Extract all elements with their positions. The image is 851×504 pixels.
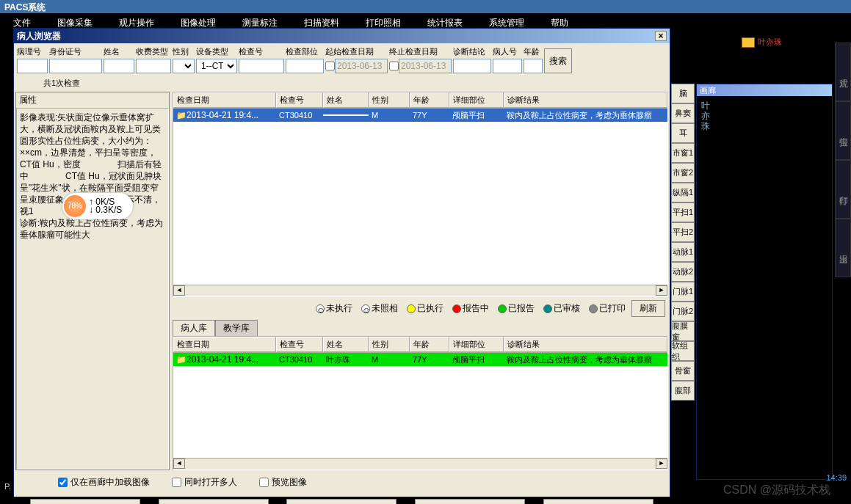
refresh-button[interactable]: 刷新 bbox=[631, 300, 665, 317]
search-row: 病理号 身份证号 姓名 收费类型 性别 设备类型1--CT 检查号 检查部位 起… bbox=[14, 43, 670, 76]
side-nav-report[interactable]: 报告 bbox=[835, 101, 851, 160]
input-patno[interactable] bbox=[493, 59, 522, 73]
side-nav: 观片 报告 打印 退出 bbox=[835, 43, 851, 277]
input-idcard[interactable] bbox=[49, 59, 102, 73]
exam-scroll-x[interactable]: ◄► bbox=[173, 285, 667, 296]
input-name[interactable] bbox=[104, 59, 134, 73]
gallery-window: 画廊 叶 亦 珠 bbox=[696, 84, 833, 480]
gallery-line3: 珠 bbox=[701, 121, 828, 131]
status-reporting[interactable]: 报告中 bbox=[449, 301, 492, 316]
input-age[interactable] bbox=[524, 59, 543, 73]
col-name[interactable]: 姓名 bbox=[323, 92, 369, 108]
label-idcard: 身份证号 bbox=[49, 46, 102, 59]
lib-scroll-x[interactable]: ◄► bbox=[173, 458, 667, 470]
main-panel: 检查日期 检查号 姓名 性别 年龄 详细部位 诊断结果 📁2013-04-21 … bbox=[171, 90, 670, 472]
close-icon[interactable]: × bbox=[655, 31, 667, 41]
select-devtype[interactable]: 1--CT bbox=[196, 59, 237, 73]
properties-content: 影像表现:矢状面定位像示垂体窝扩大，横断及冠状面鞍内及鞍上可见类圆形实性占位性病… bbox=[20, 112, 163, 240]
label-feetype: 收费类型 bbox=[136, 46, 171, 59]
exam-row-selected[interactable]: 📁2013-04-21 19:4... CT30410 M 77Y 颅脑平扫 鞍… bbox=[173, 109, 667, 122]
label-startdate: 起始检查日期 bbox=[325, 46, 388, 59]
patient-browser-window: 病人浏览器 × 病理号 身份证号 姓名 收费类型 性别 设备类型1--CT 检查… bbox=[13, 28, 670, 497]
chk-preview[interactable]: 预览图像 bbox=[259, 476, 307, 489]
tab-patient-lib[interactable]: 病人库 bbox=[173, 320, 215, 336]
col-diag[interactable]: 诊断结果 bbox=[504, 92, 667, 108]
preset-abdom[interactable]: 腹部 bbox=[671, 381, 695, 401]
clock: 14:39 bbox=[826, 473, 847, 482]
col-no[interactable]: 检查号 bbox=[276, 92, 323, 108]
btn-patient-search[interactable]: 病人搜索 bbox=[30, 499, 140, 504]
preset-plain1[interactable]: 平扫1 bbox=[671, 202, 695, 222]
lcol-diag[interactable]: 诊断结果 bbox=[504, 337, 667, 352]
label-enddate: 终止检查日期 bbox=[389, 46, 452, 59]
chk-startdate[interactable] bbox=[325, 59, 335, 73]
lcol-part[interactable]: 详细部位 bbox=[449, 337, 504, 352]
status-audited[interactable]: 已审核 bbox=[540, 301, 583, 316]
patient-folder[interactable]: 叶亦珠 bbox=[742, 37, 782, 48]
preset-art1[interactable]: 动脉1 bbox=[671, 242, 695, 262]
preset-art2[interactable]: 动脉2 bbox=[671, 262, 695, 282]
chk-only-gallery[interactable]: 仅在画廊中加载图像 bbox=[58, 476, 150, 489]
select-sex[interactable] bbox=[173, 59, 195, 73]
preset-soft[interactable]: 软组织 bbox=[671, 341, 695, 361]
search-button[interactable]: 搜索 bbox=[544, 48, 572, 73]
status-exec[interactable]: 已执行 bbox=[404, 301, 446, 316]
btn-worklist[interactable]: 工作列表(W) bbox=[286, 499, 396, 504]
input-exampart[interactable] bbox=[286, 59, 324, 73]
btn-exit[interactable]: 退出 bbox=[543, 499, 653, 504]
speed-circle: 78% bbox=[64, 195, 86, 217]
preset-bone[interactable]: 骨窗 bbox=[671, 361, 695, 381]
col-date[interactable]: 检查日期 bbox=[173, 92, 276, 108]
status-filter-row: ☺未执行 ☺未照相 已执行 报告中 已报告 已审核 已打印 刷新 bbox=[173, 297, 668, 320]
tab-teach-lib[interactable]: 教学库 bbox=[215, 320, 258, 336]
input-startdate[interactable] bbox=[335, 59, 388, 73]
chk-enddate[interactable] bbox=[389, 59, 399, 73]
col-sex[interactable]: 性别 bbox=[369, 92, 410, 108]
lcol-date[interactable]: 检查日期 bbox=[173, 337, 276, 352]
label-exampart: 检查部位 bbox=[286, 46, 324, 59]
preset-ear[interactable]: 耳 bbox=[671, 123, 695, 143]
label-pathno: 病理号 bbox=[17, 46, 48, 59]
preset-medi1[interactable]: 纵隔1 bbox=[671, 183, 695, 202]
lcol-sex[interactable]: 性别 bbox=[369, 337, 410, 352]
col-age[interactable]: 年龄 bbox=[410, 92, 449, 108]
exam-grid: 检查日期 检查号 姓名 性别 年龄 详细部位 诊断结果 📁2013-04-21 … bbox=[173, 92, 668, 297]
properties-text: 影像表现:矢状面定位像示垂体窝扩大，横断及冠状面鞍内及鞍上可见类圆形实性占位性病… bbox=[16, 108, 169, 470]
app-titlebar: PACS系统 bbox=[0, 0, 851, 13]
side-nav-view[interactable]: 观片 bbox=[835, 43, 851, 101]
label-devtype: 设备类型 bbox=[196, 46, 237, 59]
status-unexec[interactable]: ☺未执行 bbox=[313, 301, 355, 316]
chk-multi[interactable]: 同时打开多人 bbox=[172, 476, 237, 489]
input-pathno[interactable] bbox=[17, 59, 48, 73]
input-enddate[interactable] bbox=[399, 59, 452, 73]
lib-grid-header: 检查日期 检查号 姓名 性别 年龄 详细部位 诊断结果 bbox=[173, 337, 667, 353]
btn-collect[interactable]: 采集(S) bbox=[415, 499, 525, 504]
speed-widget: 78% ↑ 0K/S↓ 0.3K/S bbox=[62, 193, 133, 219]
side-nav-print[interactable]: 打印 bbox=[835, 160, 851, 219]
col-part[interactable]: 详细部位 bbox=[449, 92, 504, 108]
lcol-age[interactable]: 年龄 bbox=[410, 337, 449, 352]
preset-perit[interactable]: 腹膜窗 bbox=[671, 321, 695, 341]
preset-lung1[interactable]: 市窗1 bbox=[671, 143, 695, 163]
input-feetype[interactable] bbox=[136, 59, 171, 73]
preset-plain2[interactable]: 平扫2 bbox=[671, 222, 695, 242]
lcol-no[interactable]: 检查号 bbox=[276, 337, 323, 352]
input-examno[interactable] bbox=[239, 59, 284, 73]
preset-brain[interactable]: 脑 bbox=[671, 84, 695, 103]
preset-lung2[interactable]: 市窗2 bbox=[671, 163, 695, 183]
preset-port2[interactable]: 门脉2 bbox=[671, 302, 695, 321]
preset-port1[interactable]: 门脉1 bbox=[671, 282, 695, 302]
library-grid: 检查日期 检查号 姓名 性别 年龄 详细部位 诊断结果 📁2013-04-21 … bbox=[173, 336, 668, 470]
status-unphoto[interactable]: ☺未照相 bbox=[358, 301, 401, 316]
preset-sinus[interactable]: 鼻窦 bbox=[671, 103, 695, 123]
label-patno: 病人号 bbox=[493, 46, 522, 59]
folder-label: 叶亦珠 bbox=[758, 37, 782, 48]
btn-open-image[interactable]: 打开图像 bbox=[159, 499, 269, 504]
lcol-name[interactable]: 姓名 bbox=[323, 337, 369, 352]
lib-row[interactable]: 📁2013-04-21 19:4... CT30410 叶亦珠 M 77Y 颅脑… bbox=[173, 353, 667, 366]
bottom-buttons: 病人搜索 打开图像 工作列表(W) 采集(S) 退出 bbox=[14, 493, 670, 504]
input-diag[interactable] bbox=[453, 59, 491, 73]
side-nav-exit[interactable]: 退出 bbox=[835, 219, 851, 277]
status-printed[interactable]: 已打印 bbox=[586, 301, 629, 316]
status-reported[interactable]: 已报告 bbox=[495, 301, 537, 316]
